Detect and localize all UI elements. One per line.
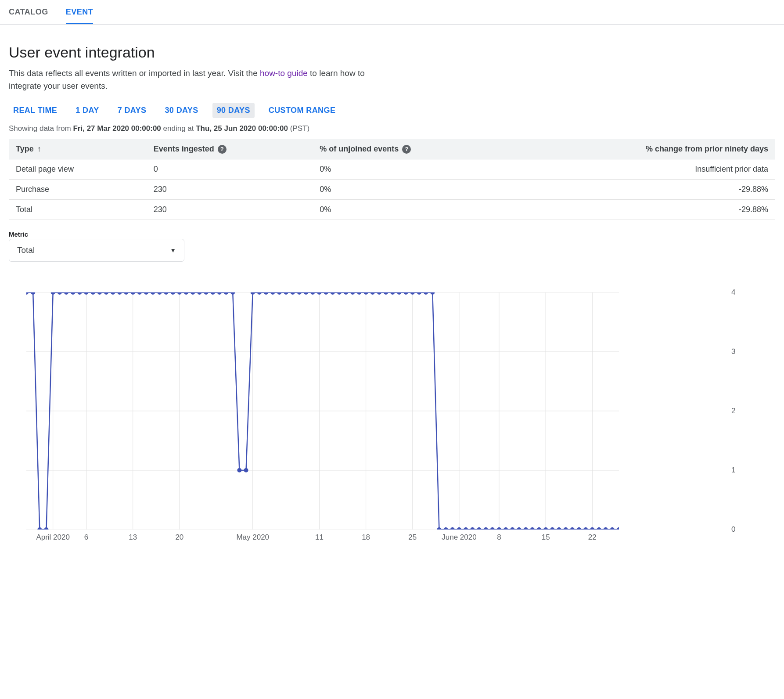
svg-point-70 xyxy=(377,292,381,295)
svg-point-52 xyxy=(257,292,262,295)
svg-point-23 xyxy=(64,292,68,295)
svg-point-81 xyxy=(450,527,455,530)
tab-catalog[interactable]: CATALOG xyxy=(9,0,48,24)
svg-point-33 xyxy=(131,292,135,295)
svg-point-20 xyxy=(44,527,49,530)
help-icon[interactable]: ? xyxy=(402,145,411,154)
svg-point-96 xyxy=(550,527,554,530)
svg-point-31 xyxy=(117,292,122,295)
svg-point-64 xyxy=(337,292,342,295)
svg-point-75 xyxy=(410,292,415,295)
range-tab-custom-range[interactable]: CUSTOM RANGE xyxy=(264,103,340,118)
y-axis-label: 3 xyxy=(731,347,735,356)
range-tab-7-days[interactable]: 7 DAYS xyxy=(113,103,151,118)
svg-point-48 xyxy=(230,292,235,295)
y-axis-label: 2 xyxy=(731,407,735,415)
svg-point-18 xyxy=(31,292,35,295)
x-axis-label: June 2020 xyxy=(442,533,476,542)
svg-point-106 xyxy=(617,527,619,530)
range-tab-90-days[interactable]: 90 DAYS xyxy=(212,103,255,118)
y-axis-label: 4 xyxy=(731,288,735,297)
svg-point-32 xyxy=(124,292,129,295)
svg-point-77 xyxy=(424,292,428,295)
chart: 01234 April 202061320May 2020111825June … xyxy=(9,292,775,546)
metric-selected-value: Total xyxy=(17,245,35,255)
svg-point-35 xyxy=(144,292,148,295)
col-type[interactable]: Type ↑ xyxy=(9,139,147,159)
col-events-ingested[interactable]: Events ingested ? xyxy=(147,139,313,159)
table-row: Total2300%-29.88% xyxy=(9,200,775,220)
col-pct-unjoined[interactable]: % of unjoined events ? xyxy=(313,139,514,159)
page-description: This data reflects all events written or… xyxy=(9,67,369,92)
help-icon[interactable]: ? xyxy=(218,145,227,154)
table-row: Purchase2300%-29.88% xyxy=(9,180,775,200)
svg-point-25 xyxy=(77,292,82,295)
page-title: User event integration xyxy=(9,44,775,61)
range-tab-real-time[interactable]: REAL TIME xyxy=(9,103,61,118)
col-pct-change[interactable]: % change from prior ninety days xyxy=(514,139,775,159)
svg-point-50 xyxy=(244,468,248,472)
svg-point-34 xyxy=(137,292,142,295)
svg-point-29 xyxy=(104,292,108,295)
svg-point-91 xyxy=(517,527,521,530)
svg-point-100 xyxy=(577,527,581,530)
svg-point-28 xyxy=(97,292,102,295)
svg-point-104 xyxy=(604,527,608,530)
svg-point-97 xyxy=(557,527,561,530)
svg-point-80 xyxy=(444,527,448,530)
svg-point-54 xyxy=(270,292,275,295)
svg-point-51 xyxy=(251,292,255,295)
svg-point-37 xyxy=(157,292,162,295)
svg-point-73 xyxy=(397,292,401,295)
svg-point-40 xyxy=(177,292,182,295)
svg-point-86 xyxy=(484,527,488,530)
x-axis-label: 6 xyxy=(84,533,88,542)
svg-point-44 xyxy=(204,292,209,295)
svg-point-43 xyxy=(197,292,201,295)
svg-point-46 xyxy=(217,292,222,295)
svg-point-22 xyxy=(58,292,62,295)
x-axis-label: 15 xyxy=(542,533,550,542)
sort-arrow-up-icon: ↑ xyxy=(37,144,41,154)
svg-point-71 xyxy=(384,292,388,295)
svg-point-89 xyxy=(503,527,508,530)
range-tab-30-days[interactable]: 30 DAYS xyxy=(160,103,202,118)
svg-point-72 xyxy=(390,292,395,295)
x-axis-label: April 2020 xyxy=(36,533,70,542)
x-axis-label: 25 xyxy=(408,533,417,542)
chart-svg xyxy=(26,292,619,530)
table-row: Detail page view00%Insufficient prior da… xyxy=(9,159,775,180)
svg-point-42 xyxy=(191,292,195,295)
svg-point-38 xyxy=(164,292,169,295)
tab-event[interactable]: EVENT xyxy=(66,0,94,24)
svg-point-99 xyxy=(570,527,575,530)
svg-point-53 xyxy=(264,292,268,295)
x-axis-label: 22 xyxy=(588,533,597,542)
howto-guide-link[interactable]: how-to guide xyxy=(260,68,308,78)
svg-point-88 xyxy=(497,527,501,530)
svg-point-27 xyxy=(91,292,95,295)
range-tab-1-day[interactable]: 1 DAY xyxy=(71,103,103,118)
svg-point-101 xyxy=(583,527,588,530)
svg-point-94 xyxy=(537,527,541,530)
x-axis-label: 13 xyxy=(129,533,137,542)
svg-point-90 xyxy=(510,527,514,530)
svg-point-26 xyxy=(84,292,89,295)
svg-point-67 xyxy=(357,292,361,295)
x-axis-label: 18 xyxy=(362,533,370,542)
svg-point-63 xyxy=(331,292,335,295)
svg-point-57 xyxy=(291,292,295,295)
svg-point-19 xyxy=(37,527,42,530)
svg-point-66 xyxy=(350,292,355,295)
desc-prefix: This data reflects all events written or… xyxy=(9,68,260,78)
x-axis-label: 11 xyxy=(315,533,324,542)
svg-point-62 xyxy=(324,292,328,295)
metric-select[interactable]: Total ▼ xyxy=(9,239,184,262)
y-axis-label: 0 xyxy=(731,525,735,534)
x-axis-label: 20 xyxy=(175,533,183,542)
svg-point-103 xyxy=(597,527,601,530)
range-tabs: REAL TIME 1 DAY 7 DAYS 30 DAYS 90 DAYS C… xyxy=(9,103,775,118)
svg-point-59 xyxy=(304,292,308,295)
svg-point-78 xyxy=(430,292,435,295)
x-axis-label: 8 xyxy=(497,533,501,542)
